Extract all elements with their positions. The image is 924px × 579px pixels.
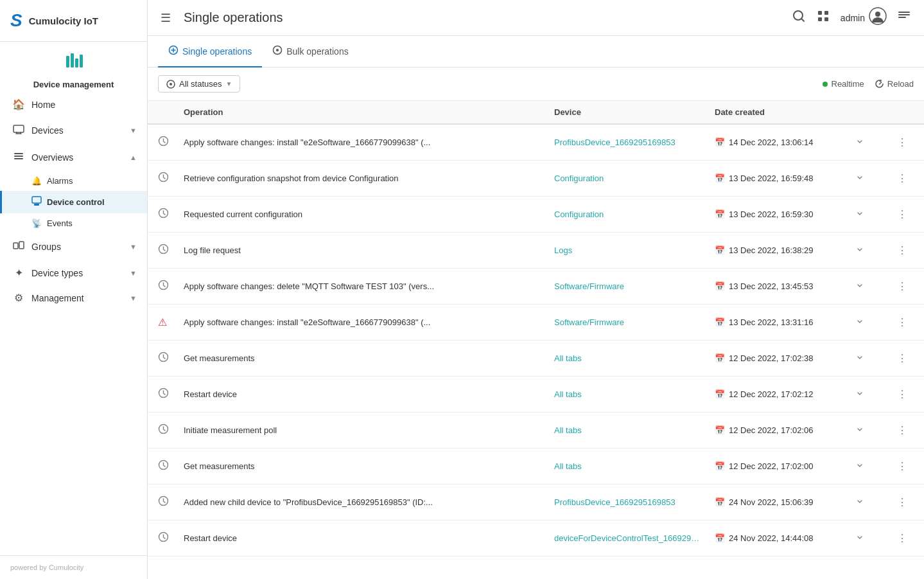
user-menu[interactable]: admin <box>841 7 887 29</box>
device-link[interactable]: Configuration <box>554 174 604 183</box>
expand-arrow-icon[interactable] <box>856 353 864 363</box>
row-expand <box>856 425 894 435</box>
row-device: Configuration <box>554 174 715 183</box>
more-options-button[interactable]: ⋮ <box>894 278 910 295</box>
tabs-bar: Single operations Bulk operations <box>148 36 924 67</box>
device-control-icon <box>31 196 42 208</box>
chevron-down-icon: ▼ <box>130 243 137 251</box>
more-options-button[interactable]: ⋮ <box>894 494 910 511</box>
table-row: ⚠ Apply software changes: install "e2eSo… <box>148 305 924 341</box>
menu-icon[interactable]: ☰ <box>161 11 171 25</box>
tab-single-operations[interactable]: Single operations <box>158 36 262 67</box>
sidebar-item-home[interactable]: 🏠 Home <box>0 92 147 117</box>
svg-rect-19 <box>898 12 910 13</box>
date-text: 📅 13 Dec 2022, 13:45:53 <box>715 281 814 291</box>
expand-arrow-icon[interactable] <box>856 533 864 543</box>
device-link[interactable]: ProfibusDevice_1669295169853 <box>554 497 676 507</box>
sidebar-item-label: Events <box>47 218 73 228</box>
sidebar-item-overviews[interactable]: Overviews ▲ <box>0 144 147 171</box>
more-options-button[interactable]: ⋮ <box>894 386 910 403</box>
row-device: Configuration <box>554 209 715 219</box>
row-operation: Apply software changes: install "e2eSoft… <box>184 317 554 327</box>
row-operation: Apply software changes: delete "MQTT Sof… <box>184 281 554 291</box>
sidebar-item-device-types[interactable]: ✦ Device types ▼ <box>0 260 147 285</box>
search-icon[interactable] <box>792 9 806 26</box>
row-date: 📅 13 Dec 2022, 16:38:29 <box>715 245 856 255</box>
top-header: ☰ Single operations admin <box>148 0 924 36</box>
device-link[interactable]: deviceForDeviceControlTest_1669293843058… <box>554 533 702 543</box>
table-row: Get measurements All tabs 📅 12 Dec 2022,… <box>148 341 924 377</box>
more-options-button[interactable]: ⋮ <box>894 134 910 151</box>
more-options-button[interactable]: ⋮ <box>894 314 910 331</box>
date-text: 📅 12 Dec 2022, 17:02:38 <box>715 353 814 363</box>
svg-rect-7 <box>14 158 23 159</box>
expand-arrow-icon[interactable] <box>856 425 864 435</box>
operation-text: Restart device <box>184 389 237 399</box>
row-more: ⋮ <box>894 170 914 187</box>
device-link[interactable]: Logs <box>554 245 572 255</box>
grid-icon[interactable] <box>816 9 830 26</box>
row-device: ProfibusDevice_1669295169853 <box>554 497 715 507</box>
expand-arrow-icon[interactable] <box>856 317 864 327</box>
more-options-button[interactable]: ⋮ <box>894 170 910 187</box>
expand-arrow-icon[interactable] <box>856 209 864 219</box>
device-link[interactable]: All tabs <box>554 461 582 471</box>
table-row: Apply software changes: delete "MQTT Sof… <box>148 269 924 305</box>
operation-text: Get measurements <box>184 461 255 471</box>
sidebar-item-groups[interactable]: Groups ▼ <box>0 233 147 260</box>
row-operation: Added new child device to "ProfibusDevic… <box>184 497 554 507</box>
realtime-label: Realtime <box>832 79 864 89</box>
row-status <box>158 387 184 401</box>
device-link[interactable]: All tabs <box>554 353 582 363</box>
more-options-button[interactable]: ⋮ <box>894 458 910 475</box>
sidebar-item-label: Groups <box>31 242 123 252</box>
expand-arrow-icon[interactable] <box>856 138 864 147</box>
sidebar-item-devices[interactable]: Devices ▼ <box>0 117 147 144</box>
expand-arrow-icon[interactable] <box>856 281 864 291</box>
expand-arrow-icon[interactable] <box>856 497 864 507</box>
expand-arrow-icon[interactable] <box>856 174 864 183</box>
row-date: 📅 12 Dec 2022, 17:02:38 <box>715 353 856 363</box>
sidebar-item-management[interactable]: ⚙ Management ▼ <box>0 285 147 310</box>
operation-text: Initiate measurement poll <box>184 425 277 435</box>
sidebar-item-events[interactable]: 📡 Events <box>0 213 147 233</box>
sidebar-item-alarms[interactable]: 🔔 Alarms <box>0 171 147 191</box>
date-text: 📅 12 Dec 2022, 17:02:12 <box>715 389 814 399</box>
expand-arrow-icon[interactable] <box>856 389 864 399</box>
device-link[interactable]: Software/Firmware <box>554 281 624 291</box>
operation-text: Retrieve configuration snapshot from dev… <box>184 174 399 183</box>
device-link[interactable]: Configuration <box>554 209 604 219</box>
device-link[interactable]: All tabs <box>554 425 582 435</box>
operation-text: Get measurements <box>184 353 255 363</box>
tab-bulk-operations[interactable]: Bulk operations <box>262 36 359 67</box>
device-link[interactable]: ProfibusDevice_1669295169853 <box>554 138 676 147</box>
svg-rect-4 <box>13 125 24 132</box>
more-options-button[interactable]: ⋮ <box>894 422 910 439</box>
svg-rect-8 <box>32 197 41 203</box>
sidebar-header: S Cumulocity IoT <box>0 0 147 42</box>
svg-rect-5 <box>14 153 23 154</box>
sidebar-item-device-control[interactable]: Device control <box>0 191 147 213</box>
reload-button[interactable]: Reload <box>875 79 914 89</box>
more-options-button[interactable]: ⋮ <box>894 242 910 259</box>
more-options-button[interactable]: ⋮ <box>894 206 910 223</box>
management-icon: ⚙ <box>12 292 25 304</box>
more-options-button[interactable]: ⋮ <box>894 350 910 367</box>
app-name: Cumulocity IoT <box>29 15 98 26</box>
svg-rect-3 <box>80 55 83 67</box>
device-link[interactable]: All tabs <box>554 389 582 399</box>
status-clock-icon <box>158 352 169 365</box>
more-options-button[interactable]: ⋮ <box>894 530 910 547</box>
status-clock-icon <box>158 387 169 401</box>
device-link[interactable]: Software/Firmware <box>554 317 624 327</box>
row-expand <box>856 389 894 399</box>
row-expand <box>856 353 894 363</box>
notifications-icon[interactable] <box>897 9 911 26</box>
status-filter-dropdown[interactable]: All statuses ▼ <box>158 75 240 93</box>
expand-arrow-icon[interactable] <box>856 245 864 255</box>
expand-arrow-icon[interactable] <box>856 461 864 471</box>
sidebar-item-label: Alarms <box>47 176 73 186</box>
row-device: All tabs <box>554 461 715 471</box>
row-more: ⋮ <box>894 350 914 367</box>
svg-point-12 <box>794 11 803 20</box>
